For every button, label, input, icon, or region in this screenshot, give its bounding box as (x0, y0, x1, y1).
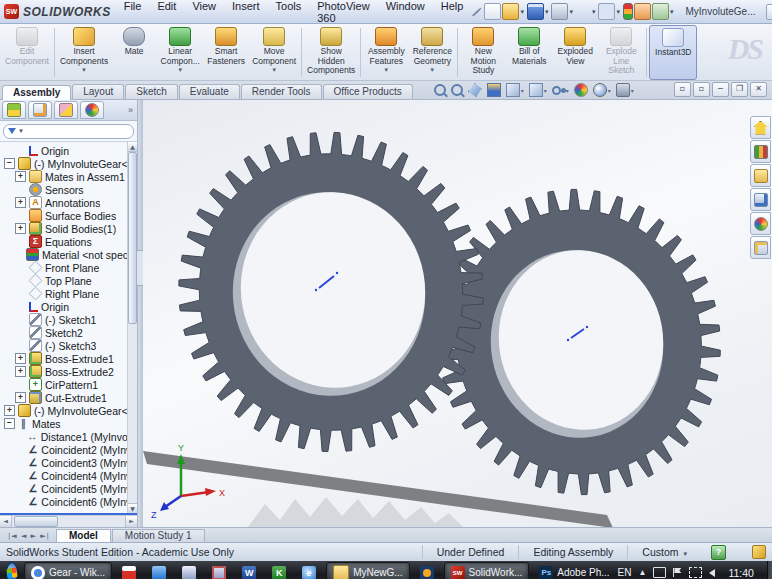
taskbar-button-photo-viewer[interactable] (176, 563, 202, 579)
tree-item[interactable]: Front Plane (1, 261, 127, 274)
tree-expand-minus-icon[interactable]: − (4, 158, 15, 169)
tree-hscroll-thumb[interactable] (14, 516, 58, 527)
smart-fasteners-button[interactable]: Smart Fasteners (203, 25, 249, 80)
insert-components-dropdown-icon[interactable]: ▼ (81, 67, 87, 73)
taskpane-tab-file-explorer[interactable] (750, 164, 771, 187)
exploded-view-button[interactable]: Exploded View (552, 25, 598, 80)
tab-motion-study-1[interactable]: Motion Study 1 (112, 529, 205, 542)
show-hidden-button[interactable]: Show Hidden Components (304, 25, 358, 80)
start-button[interactable] (6, 562, 18, 579)
tab-render-tools[interactable]: Render Tools (241, 84, 322, 99)
panel-tab-displaymanager[interactable] (80, 101, 104, 119)
tree-item[interactable]: ∠Coincident3 (MyInvol (1, 456, 127, 469)
task-pane-icon[interactable] (652, 3, 669, 20)
network-icon[interactable] (689, 567, 702, 578)
document-frame-1-button[interactable]: ▫ (674, 82, 691, 97)
show-hidden-icons-icon[interactable]: ▲ (638, 568, 646, 577)
gear-right[interactable] (438, 189, 721, 494)
tree-item[interactable]: −∥Mates (1, 417, 127, 430)
menu-file[interactable]: File (117, 0, 149, 26)
action-center-flag-icon[interactable] (673, 568, 682, 577)
move-component-button[interactable]: Move Component▼ (249, 25, 299, 80)
display-style-dropdown-icon[interactable]: ▾ (544, 87, 547, 94)
taskbar-button-messenger[interactable] (146, 563, 172, 579)
tree-expand-minus-icon[interactable]: − (4, 418, 15, 429)
status-custom[interactable]: Custom ▾ (627, 545, 701, 559)
tree-item[interactable]: +CirPattern1 (1, 378, 127, 391)
tab-layout[interactable]: Layout (72, 84, 124, 99)
section-view-button[interactable] (487, 83, 501, 97)
undo-icon[interactable] (576, 4, 591, 19)
select-icon[interactable] (598, 3, 615, 20)
panel-tab-propertymanager[interactable] (28, 101, 52, 119)
scroll-up-icon[interactable]: ▲ (128, 142, 137, 152)
pin-icon[interactable] (472, 7, 482, 17)
document-close-button[interactable]: ✕ (750, 82, 767, 97)
tree-item[interactable]: ∠Coincident4 (MyInvol (1, 469, 127, 482)
tree-item[interactable]: (-) Sketch3 (1, 339, 127, 352)
tab-assembly[interactable]: Assembly (2, 85, 71, 100)
previous-view-button[interactable] (468, 83, 482, 97)
new-document-icon[interactable] (484, 3, 501, 20)
taskbar-button-chrome[interactable]: Gear - Wik... (24, 562, 112, 579)
taskpane-tab-view-palette[interactable] (750, 188, 771, 211)
taskpane-tab-custom-properties[interactable] (750, 236, 771, 259)
gear-left[interactable] (179, 132, 483, 451)
tree-item[interactable]: ∠Coincident5 (MyInvol (1, 482, 127, 495)
tree-filter-input[interactable]: ▼ (3, 124, 134, 139)
linear-pattern-dropdown-icon[interactable]: ▼ (177, 67, 183, 73)
tree-expand-plus-icon[interactable]: + (15, 197, 26, 208)
instant3d-button[interactable]: Instant3D (649, 25, 697, 80)
task-pane-dropdown-icon[interactable]: ▾ (670, 8, 674, 16)
hide-show-items-dropdown-icon[interactable]: ▾ (566, 87, 569, 94)
undo-dropdown-icon[interactable]: ▾ (592, 8, 596, 16)
apply-scene-button[interactable]: ▾ (593, 83, 611, 97)
view-orientation-button[interactable]: ▾ (506, 83, 524, 97)
tab-sketch[interactable]: Sketch (125, 84, 178, 99)
save-dropdown-icon[interactable]: ▾ (545, 8, 549, 16)
tree-item[interactable]: Sketch2 (1, 326, 127, 339)
tree-expand-plus-icon[interactable]: + (15, 171, 26, 182)
tree-item[interactable]: Origin (1, 300, 127, 313)
taskpane-tab-design-library[interactable] (750, 140, 771, 163)
tree-item[interactable]: +(-) MyInvoluteGear<3 (1, 404, 127, 417)
taskbar-button-folder-window[interactable]: MyNewG... (326, 562, 409, 579)
tree-item[interactable]: Right Plane (1, 287, 127, 300)
bill-of-materials-button[interactable]: Bill of Materials (506, 25, 552, 80)
tree-item[interactable]: Origin (1, 144, 127, 157)
menu-window[interactable]: Window (379, 0, 432, 26)
reference-geometry-button[interactable]: Reference Geometry▼ (409, 25, 455, 80)
menu-help[interactable]: Help (434, 0, 471, 26)
taskbar-button-word[interactable]: W (236, 563, 262, 579)
save-icon[interactable] (527, 3, 544, 20)
traffic-light-icon[interactable] (623, 3, 633, 20)
open-icon[interactable] (502, 3, 519, 20)
power-icon[interactable] (653, 567, 666, 578)
linear-pattern-button[interactable]: Linear Compon...▼ (157, 25, 203, 80)
tab-model[interactable]: Model (56, 529, 111, 542)
scroll-left-icon[interactable]: ◄ (0, 516, 12, 527)
menu-photoview-360[interactable]: PhotoView 360 (310, 0, 376, 26)
reference-geometry-dropdown-icon[interactable]: ▼ (429, 67, 435, 73)
tree-item[interactable]: −(-) MyInvoluteGear<1 (1, 157, 127, 170)
tree-item[interactable]: ΣEquations (1, 235, 127, 248)
tree-item[interactable]: +AAnnotations (1, 196, 127, 209)
tab-office-products[interactable]: Office Products (323, 84, 413, 99)
taskpane-tab-home[interactable] (750, 116, 771, 139)
volume-icon[interactable] (709, 569, 715, 577)
document-minimize-button[interactable]: ─ (712, 82, 729, 97)
clock[interactable]: 11:40 (722, 567, 760, 579)
tree-expand-plus-icon[interactable]: + (15, 392, 26, 403)
new-motion-study-button[interactable]: New Motion Study (460, 25, 506, 80)
view-settings-dropdown-icon[interactable]: ▾ (631, 87, 634, 94)
menu-tools[interactable]: Tools (269, 0, 309, 26)
taskbar-button-k-app[interactable]: K (266, 563, 292, 579)
tree-item[interactable]: Surface Bodies (1, 209, 127, 222)
tree-item[interactable]: Material <not specified> (1, 248, 127, 261)
filter-dropdown-icon[interactable]: ▼ (18, 128, 24, 134)
hide-show-items-button[interactable]: ▾ (552, 86, 569, 95)
tree-item[interactable]: +Mates in Assem1 (1, 170, 127, 183)
open-dropdown-icon[interactable]: ▾ (520, 8, 524, 16)
tree-item[interactable]: ∠Coincident2 (MyInvol (1, 443, 127, 456)
custom-dropdown-icon[interactable]: ▾ (682, 550, 687, 557)
